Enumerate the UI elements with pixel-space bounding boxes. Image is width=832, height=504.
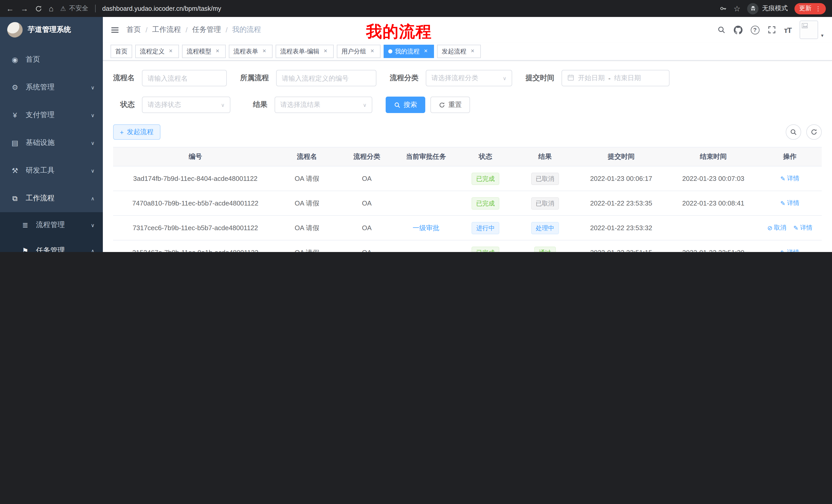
cell-submit-time: 2022-01-22 23:51:15 xyxy=(574,240,669,252)
chevron-down-icon: ∨ xyxy=(88,85,95,90)
tab-home[interactable]: 首页 xyxy=(110,45,132,58)
dashboard-icon: ◉ xyxy=(10,55,20,64)
create-process-button[interactable]: + 发起流程 xyxy=(113,124,160,140)
category-select[interactable]: 请选择流程分类 ∨ xyxy=(426,70,512,86)
calendar-icon xyxy=(567,74,574,82)
end-date-placeholder: 结束日期 xyxy=(614,74,641,83)
security-indicator[interactable]: ⚠ 不安全 xyxy=(60,4,88,13)
result-badge: 已取消 xyxy=(531,197,559,209)
breadcrumb-task-mgmt[interactable]: 任务管理 xyxy=(192,25,221,34)
status-select[interactable]: 请选择状态 ∨ xyxy=(142,96,230,113)
tab-my-process[interactable]: 我的流程 × xyxy=(384,45,434,58)
status-badge: 已完成 xyxy=(471,172,499,185)
home-icon[interactable]: ⌂ xyxy=(49,5,53,12)
status-label: 状态 xyxy=(120,100,135,109)
status-badge: 已完成 xyxy=(471,197,499,209)
cell-submit-time: 2022-01-23 00:06:17 xyxy=(574,166,669,191)
owner-process-input[interactable] xyxy=(276,70,376,86)
category-label: 流程分类 xyxy=(390,74,419,83)
status-badge: 进行中 xyxy=(471,222,499,234)
reload-icon[interactable] xyxy=(35,5,42,12)
help-icon[interactable]: ? xyxy=(751,25,759,34)
col-category: 流程分类 xyxy=(336,147,397,166)
cell-name: OA 请假 xyxy=(278,191,336,216)
tools-icon: ⚒ xyxy=(10,166,20,175)
table-row: 3ad174fb-7b9d-11ec-8404-acde48001122 OA … xyxy=(113,166,822,191)
sidebar-item-task-mgmt[interactable]: ⚑ 任务管理 ∧ xyxy=(0,238,103,252)
search-icon[interactable] xyxy=(717,26,725,34)
tab-close-icon[interactable]: × xyxy=(214,48,221,55)
sidebar-collapse-icon[interactable] xyxy=(110,25,119,34)
back-icon[interactable]: ← xyxy=(6,5,14,12)
table-row: 7470a810-7b9b-11ec-b5b7-acde48001122 OA … xyxy=(113,191,822,216)
detail-link[interactable]: ✎详情 xyxy=(780,248,799,252)
cell-task xyxy=(397,166,454,191)
process-name-input[interactable] xyxy=(142,70,227,86)
detail-link[interactable]: ✎详情 xyxy=(780,174,799,183)
github-icon[interactable] xyxy=(733,25,742,34)
logo-avatar xyxy=(7,22,23,37)
chevron-down-icon: ∨ xyxy=(88,168,95,173)
tab-process-model[interactable]: 流程模型 × xyxy=(182,45,226,58)
cell-end-time: 2022-01-23 00:07:03 xyxy=(669,166,758,191)
fullscreen-icon[interactable] xyxy=(768,26,776,34)
col-submit-time: 提交时间 xyxy=(574,147,669,166)
owner-process-label: 所属流程 xyxy=(240,74,269,83)
breadcrumb: 首页 / 工作流程 / 任务管理 / 我的流程 xyxy=(127,25,261,34)
detail-link[interactable]: ✎详情 xyxy=(780,199,799,207)
cancel-link[interactable]: ⊘取消 xyxy=(767,223,786,232)
tab-initiate-process[interactable]: 发起流程 × xyxy=(437,45,481,58)
breadcrumb-home[interactable]: 首页 xyxy=(127,25,141,34)
sidebar-item-payment[interactable]: ¥ 支付管理 ∨ xyxy=(0,101,103,129)
reset-button[interactable]: 重置 xyxy=(431,96,470,113)
tab-process-definition[interactable]: 流程定义 × xyxy=(135,45,179,58)
address-url[interactable]: dashboard.yudao.iocoder.cn/bpm/task/my xyxy=(102,5,222,12)
toggle-search-icon[interactable] xyxy=(786,124,801,140)
search-button[interactable]: 搜索 xyxy=(386,96,425,113)
tab-close-icon[interactable]: × xyxy=(167,48,174,55)
refresh-icon[interactable] xyxy=(806,124,822,140)
update-button[interactable]: 更新 ⋮ xyxy=(795,3,826,14)
chevron-down-icon: ∨ xyxy=(88,112,95,118)
tab-close-icon[interactable]: × xyxy=(469,48,476,55)
chevron-down-icon: ∨ xyxy=(88,222,95,228)
tab-close-icon[interactable]: × xyxy=(422,48,430,55)
screen: ← → ⌂ ⚠ 不安全 dashboard.yudao.iocoder.cn/b… xyxy=(0,0,832,252)
browser-menu-icon[interactable]: ⋮ xyxy=(815,5,821,12)
forward-icon[interactable]: → xyxy=(21,5,28,12)
key-icon[interactable] xyxy=(719,5,727,12)
sidebar-item-process-mgmt[interactable]: ≣ 流程管理 ∨ xyxy=(0,212,103,238)
sidebar-item-system[interactable]: ⚙ 系统管理 ∨ xyxy=(0,74,103,101)
tab-user-group[interactable]: 用户分组 × xyxy=(337,45,381,58)
cell-submit-time: 2022-01-22 23:53:35 xyxy=(574,191,669,216)
sidebar-item-workflow[interactable]: ⧉ 工作流程 ∧ xyxy=(0,185,103,212)
tab-process-form[interactable]: 流程表单 × xyxy=(229,45,272,58)
font-size-icon[interactable]: ᴛT xyxy=(784,25,791,34)
plus-icon: + xyxy=(120,128,124,136)
col-end-time: 结束时间 xyxy=(669,147,758,166)
tab-close-icon[interactable]: × xyxy=(322,48,329,55)
process-name-label: 流程名 xyxy=(113,74,135,83)
submit-time-label: 提交时间 xyxy=(525,74,554,83)
submit-time-range-picker[interactable]: 开始日期 - 结束日期 xyxy=(562,70,670,86)
cell-id: 7317cec6-7b9b-11ec-b5b7-acde48001122 xyxy=(113,216,278,240)
logo[interactable]: 芋道管理系统 xyxy=(0,17,103,43)
tab-close-icon[interactable]: × xyxy=(369,48,376,55)
bookmark-star-icon[interactable]: ☆ xyxy=(733,5,740,12)
result-select[interactable]: 请选择流结果 ∨ xyxy=(275,96,372,113)
user-avatar-dropdown[interactable]: ▼ xyxy=(800,21,824,39)
current-task-link[interactable]: 一级审批 xyxy=(413,224,439,231)
sidebar-item-infra[interactable]: ▤ 基础设施 ∨ xyxy=(0,129,103,157)
cell-name: OA 请假 xyxy=(278,240,336,252)
chevron-up-icon: ∧ xyxy=(88,248,95,252)
sidebar-item-devtools[interactable]: ⚒ 研发工具 ∨ xyxy=(0,157,103,185)
detail-link[interactable]: ✎详情 xyxy=(794,223,812,232)
tags-view-bar: 首页 流程定义 × 流程模型 × 流程表单 × 流程表单-编辑 × xyxy=(103,43,832,61)
breadcrumb-workflow[interactable]: 工作流程 xyxy=(152,25,181,34)
result-badge: 通过 xyxy=(534,246,556,252)
sidebar-item-home[interactable]: ◉ 首页 xyxy=(0,46,103,74)
chevron-down-icon: ∨ xyxy=(217,102,225,108)
yen-icon: ¥ xyxy=(10,111,20,119)
tab-process-form-edit[interactable]: 流程表单-编辑 × xyxy=(276,45,334,58)
tab-close-icon[interactable]: × xyxy=(261,48,268,55)
